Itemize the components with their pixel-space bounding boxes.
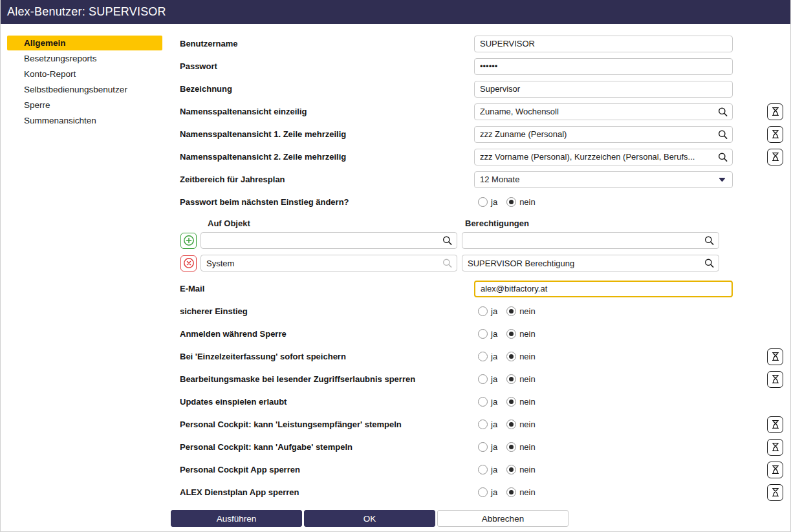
hourglass-icon [771, 129, 780, 139]
auf-objekt-input[interactable] [200, 232, 457, 249]
abbrechen-button[interactable]: Abbrechen [437, 510, 569, 527]
footer-buttons: Ausführen OK Abbrechen [164, 510, 790, 527]
search-icon[interactable] [704, 236, 714, 246]
radio-ja-label: ja [491, 420, 497, 429]
radio-ja-label: ja [491, 487, 497, 497]
hourglass-button[interactable] [767, 371, 783, 388]
ausfuehren-button[interactable]: Ausführen [171, 510, 302, 527]
form-row: Passwort beim nächsten Einstieg ändern? … [164, 191, 790, 213]
hourglass-icon [771, 152, 780, 162]
sidebar-item-besetzungsreports[interactable]: Besetzungsreports [1, 50, 164, 66]
zeitbereich-select[interactable]: 12 Monate [474, 171, 733, 188]
radio-nein-label: nein [519, 374, 536, 384]
search-icon[interactable] [442, 259, 452, 268]
add-row-button[interactable] [180, 233, 197, 249]
auf-objekt-input[interactable] [200, 255, 457, 271]
hourglass-button[interactable] [767, 484, 783, 501]
namensspalten-einzeilig-input[interactable] [474, 103, 733, 120]
field-label: Passwort [164, 61, 474, 71]
radio-ja-label: ja [491, 329, 497, 339]
search-icon[interactable] [718, 129, 728, 139]
radio-ja-label: ja [491, 465, 497, 474]
radio-ja[interactable] [478, 329, 488, 339]
radio-nein[interactable] [506, 487, 516, 497]
radio-ja[interactable] [478, 306, 488, 316]
benutzername-input[interactable] [474, 36, 733, 52]
hourglass-button[interactable] [767, 439, 783, 456]
form-row: Personal Cockpit: kann 'Leistungsempfäng… [164, 413, 790, 436]
hourglass-button[interactable] [767, 103, 783, 120]
hourglass-icon [771, 442, 780, 452]
berechtigungen-input[interactable] [462, 255, 719, 271]
radio-nein[interactable] [506, 420, 516, 429]
x-circle-icon [183, 257, 195, 269]
search-icon[interactable] [718, 152, 728, 162]
hourglass-icon [771, 107, 780, 116]
form-row: ALEX Dienstplan App sperren ja nein [164, 481, 790, 504]
sidebar-item-sperre[interactable]: Sperre [1, 97, 164, 112]
app-window: Alex-Benutzer: SUPERVISOR Allgemein Bese… [0, 0, 791, 532]
radio-ja[interactable] [478, 465, 488, 474]
permissions-headers: Auf Objekt Berechtigungen [164, 218, 790, 228]
sidebar-item-selbstbedienungsbenutzer[interactable]: Selbstbedienungsbenutzer [1, 81, 164, 97]
radio-nein[interactable] [506, 442, 516, 452]
radio-nein-label: nein [519, 487, 536, 497]
sidebar-item-konto-report[interactable]: Konto-Report [1, 66, 164, 81]
plus-circle-icon [183, 235, 195, 246]
radio-nein[interactable] [506, 329, 516, 339]
radio-ja[interactable] [478, 420, 488, 429]
ok-button[interactable]: OK [304, 510, 435, 527]
radio-nein[interactable] [506, 197, 516, 207]
passwort-input[interactable] [474, 58, 733, 75]
radio-ja-label: ja [491, 306, 497, 316]
berechtigungen-header: Berechtigungen [465, 218, 529, 228]
radio-nein-label: nein [519, 442, 536, 452]
sidebar: Allgemein Besetzungsreports Konto-Report… [1, 24, 164, 531]
form-row: Personal Cockpit App sperren ja nein [164, 458, 790, 481]
hourglass-icon [771, 465, 780, 474]
sicherer-einstieg-radio-group: ja nein [474, 306, 733, 316]
radio-ja-label: ja [491, 374, 497, 384]
hourglass-button[interactable] [767, 149, 783, 165]
search-icon[interactable] [442, 236, 452, 246]
radio-ja[interactable] [478, 374, 488, 384]
field-label: Personal Cockpit App sperren [164, 465, 474, 474]
hourglass-button[interactable] [767, 126, 783, 143]
permissions-row [164, 255, 790, 271]
radio-ja[interactable] [478, 197, 488, 207]
sidebar-item-allgemein[interactable]: Allgemein [7, 36, 162, 50]
hourglass-button[interactable] [767, 462, 783, 478]
radio-nein[interactable] [506, 397, 516, 407]
leistungsempfaenger-radio-group: ja nein [474, 420, 733, 429]
radio-nein[interactable] [506, 465, 516, 474]
radio-nein[interactable] [506, 352, 516, 361]
form-row: Bezeichnung [164, 78, 790, 100]
field-label: Namensspaltenansicht 1. Zeile mehrzeilig [164, 129, 474, 139]
namensspalten-zeile1-input[interactable] [474, 126, 733, 143]
form-row: Namensspaltenansicht 1. Zeile mehrzeilig [164, 123, 790, 145]
radio-ja[interactable] [478, 397, 488, 407]
auf-objekt-header: Auf Objekt [208, 218, 465, 228]
radio-nein[interactable] [506, 306, 516, 316]
email-input[interactable] [474, 281, 733, 297]
radio-ja[interactable] [478, 487, 488, 497]
hourglass-button[interactable] [767, 348, 783, 365]
search-icon[interactable] [704, 259, 714, 268]
field-label: Zeitbereich für Jahresplan [164, 175, 474, 184]
field-label: Bearbeitungsmaske bei lesender Zugriffse… [164, 374, 474, 384]
namensspalten-zeile2-input[interactable] [474, 149, 733, 165]
radio-nein-label: nein [519, 306, 536, 316]
delete-row-button[interactable] [180, 255, 197, 271]
field-label: Benutzername [164, 39, 474, 48]
hourglass-icon [771, 352, 780, 361]
hourglass-button[interactable] [767, 416, 783, 433]
bezeichnung-input[interactable] [474, 81, 733, 98]
radio-ja[interactable] [478, 352, 488, 361]
radio-ja[interactable] [478, 442, 488, 452]
field-label: Namensspaltenansicht 2. Zeile mehrzeilig [164, 152, 474, 162]
form-row: Passwort [164, 55, 790, 78]
berechtigungen-input[interactable] [462, 232, 719, 249]
radio-nein[interactable] [506, 374, 516, 384]
search-icon[interactable] [718, 107, 728, 116]
sidebar-item-summenansichten[interactable]: Summenansichten [1, 112, 164, 128]
